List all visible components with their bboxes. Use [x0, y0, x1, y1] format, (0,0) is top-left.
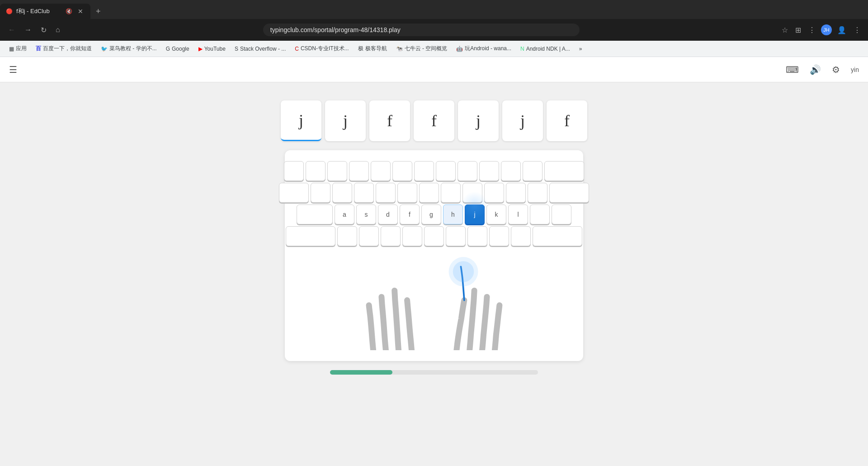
- key-enter[interactable]: [549, 183, 589, 203]
- hamburger-menu-icon[interactable]: ☰: [9, 64, 17, 75]
- menu-button[interactable]: ⋮: [852, 24, 863, 36]
- sound-icon[interactable]: 🔊: [810, 64, 821, 75]
- bookmark-jike[interactable]: 极 极客导航: [354, 43, 391, 54]
- key-blank-5[interactable]: [371, 161, 391, 181]
- address-input[interactable]: [263, 24, 580, 36]
- key-i[interactable]: [462, 183, 482, 203]
- key-b[interactable]: [424, 226, 444, 246]
- ndk-favicon: N: [520, 46, 524, 52]
- key-blank-11[interactable]: [501, 161, 521, 181]
- key-v[interactable]: [402, 226, 422, 246]
- chrome-extensions-button[interactable]: ⋮: [807, 24, 817, 36]
- key-m[interactable]: [467, 226, 487, 246]
- keyboard-row-1: [296, 161, 572, 181]
- bookmark-youtube[interactable]: ▶ YouTube: [195, 44, 229, 53]
- extensions-button[interactable]: ⊞: [793, 24, 803, 36]
- key-x[interactable]: [359, 226, 379, 246]
- tab-mute-icon[interactable]: 🔇: [66, 8, 72, 14]
- key-o[interactable]: [484, 183, 504, 203]
- settings-icon[interactable]: ⚙: [832, 64, 840, 75]
- refresh-button[interactable]: ↻: [38, 24, 49, 36]
- bookmark-baidu[interactable]: 百 百度一下，你就知道: [32, 43, 95, 54]
- key-h[interactable]: h: [443, 204, 463, 224]
- address-bar: ← → ↻ ⌂ ☆ ⊞ ⋮ JH 👤 ⋮: [0, 19, 868, 41]
- key-comma[interactable]: [489, 226, 509, 246]
- bookmark-stackoverflow[interactable]: S Stack Overflow - ...: [231, 44, 289, 53]
- key-blank-12[interactable]: [523, 161, 542, 181]
- key-blank-10[interactable]: [479, 161, 499, 181]
- key-s[interactable]: s: [356, 204, 376, 224]
- key-z[interactable]: [337, 226, 357, 246]
- key-c[interactable]: [381, 226, 401, 246]
- letter-card-5: j: [502, 100, 543, 141]
- key-period[interactable]: [511, 226, 531, 246]
- bookmarks-bar: ▦ 应用 百 百度一下，你就知道 🐦 菜鸟教程 - 学的不... G Googl…: [0, 41, 868, 57]
- cainiao-favicon: 🐦: [101, 46, 108, 52]
- jike-favicon: 极: [358, 45, 363, 52]
- key-blank-1[interactable]: [284, 161, 304, 181]
- tab-close-button[interactable]: ✕: [76, 7, 85, 16]
- active-tab[interactable]: 🔴 f和j - EdClub 🔇 ✕: [0, 4, 90, 19]
- key-d[interactable]: d: [378, 204, 398, 224]
- bookmark-cainiao[interactable]: 🐦 菜鸟教程 - 学的不...: [97, 43, 160, 54]
- home-button[interactable]: ⌂: [53, 24, 63, 36]
- keyboard-container: a s d f g h j k l: [285, 150, 583, 361]
- key-l[interactable]: l: [508, 204, 528, 224]
- bookmark-qiniu[interactable]: 🐄 七牛云 - 空间概览: [392, 43, 451, 54]
- bookmark-stackoverflow-label: Stack Overflow - ...: [240, 46, 286, 52]
- bookmark-android[interactable]: 🤖 玩Android - wana...: [453, 43, 515, 54]
- more-bookmarks-label: »: [579, 46, 582, 52]
- key-g[interactable]: g: [421, 204, 441, 224]
- key-u[interactable]: [441, 183, 461, 203]
- bookmark-more[interactable]: »: [576, 44, 586, 53]
- key-blank-4[interactable]: [349, 161, 369, 181]
- key-blank-6[interactable]: [392, 161, 412, 181]
- letter-6: f: [564, 111, 570, 130]
- bookmark-google[interactable]: G Google: [162, 44, 193, 53]
- key-blank-3[interactable]: [327, 161, 347, 181]
- key-k[interactable]: k: [486, 204, 506, 224]
- key-a[interactable]: a: [335, 204, 354, 224]
- key-blank-8[interactable]: [436, 161, 456, 181]
- star-button[interactable]: ☆: [780, 24, 790, 36]
- bookmark-ndk[interactable]: N Android NDK | A...: [517, 44, 574, 53]
- keyboard-icon[interactable]: ⌨: [786, 64, 799, 75]
- app-header: ☰ ⌨ 🔊 ⚙ yin: [0, 57, 868, 82]
- key-blank-9[interactable]: [458, 161, 477, 181]
- key-blank-2[interactable]: [306, 161, 326, 181]
- page: ☰ ⌨ 🔊 ⚙ yin j j f f j: [0, 57, 868, 466]
- key-e[interactable]: [354, 183, 374, 203]
- tab-bar: 🔴 f和j - EdClub 🔇 ✕ +: [0, 0, 868, 19]
- account-button[interactable]: 👤: [835, 24, 848, 36]
- key-p[interactable]: [506, 183, 526, 203]
- key-blank-7[interactable]: [414, 161, 434, 181]
- bookmark-csdn[interactable]: C CSDN-专业IT技术...: [291, 43, 352, 54]
- key-j[interactable]: j: [465, 204, 485, 224]
- key-q[interactable]: [311, 183, 330, 203]
- letter-4: j: [476, 111, 481, 130]
- key-tab[interactable]: [279, 183, 309, 203]
- key-bracket-l[interactable]: [528, 183, 547, 203]
- forward-button[interactable]: →: [22, 24, 34, 36]
- key-shift-r[interactable]: [533, 226, 582, 246]
- key-y[interactable]: [419, 183, 439, 203]
- keyboard-row-3: a s d f g h j k l: [296, 204, 572, 224]
- key-caps[interactable]: [297, 204, 333, 224]
- profile-button[interactable]: JH: [821, 24, 832, 35]
- bookmark-apps[interactable]: ▦ 应用: [5, 43, 30, 54]
- new-tab-button[interactable]: +: [92, 5, 104, 18]
- baidu-favicon: 百: [36, 45, 41, 52]
- letter-0: j: [299, 111, 303, 130]
- back-button[interactable]: ←: [5, 24, 18, 36]
- bookmark-baidu-label: 百度一下，你就知道: [43, 45, 92, 52]
- key-backspace[interactable]: [544, 161, 584, 181]
- progress-container: [330, 370, 538, 375]
- key-semicolon[interactable]: [530, 204, 550, 224]
- key-quote[interactable]: [552, 204, 571, 224]
- key-w[interactable]: [332, 183, 352, 203]
- key-f[interactable]: f: [400, 204, 420, 224]
- key-t[interactable]: [397, 183, 417, 203]
- key-r[interactable]: [376, 183, 396, 203]
- key-shift-l[interactable]: [286, 226, 335, 246]
- key-n[interactable]: [446, 226, 466, 246]
